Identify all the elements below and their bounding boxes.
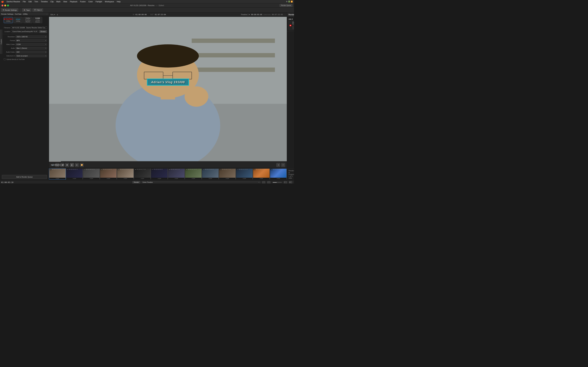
render-settings-menu-icon[interactable]: ··· xyxy=(46,13,48,15)
timeline-zoom-out-icon[interactable]: − xyxy=(267,181,270,184)
edit-menu[interactable]: Edit xyxy=(27,0,33,3)
tape-button[interactable]: 📼 Tape xyxy=(22,8,31,12)
resolution-value[interactable]: 1920 x 1080 HD ▾ xyxy=(16,35,47,38)
clips-button[interactable]: 🎬 Clips ▾ xyxy=(33,8,43,12)
preset-prores[interactable]: ProRes ProRes Master xyxy=(23,17,33,23)
data-burnin-row: Data burn-in Same as project ▾ xyxy=(2,55,47,57)
preset-youtube[interactable]: ▶ YouTube 1080p xyxy=(4,17,13,23)
loop-button[interactable]: 🔁 xyxy=(80,163,84,167)
strip-item-12[interactable]: 12 00:00:01:15 V1 H.264 xyxy=(236,168,253,180)
data-burnin-value[interactable]: Same as project ▾ xyxy=(16,55,47,57)
mark-out-button[interactable]: ↩ xyxy=(281,163,285,167)
chevron-down-icon: ▾ xyxy=(45,36,46,37)
zoom-slider[interactable] xyxy=(273,182,282,183)
format-label: Format xyxy=(2,40,15,42)
strip-vline xyxy=(252,169,253,179)
format-value[interactable]: MP4 ▾ xyxy=(16,39,47,42)
playback-menu[interactable]: Playback xyxy=(69,0,78,3)
app-name-menu[interactable]: DaVinci Resolve xyxy=(5,0,21,3)
menubar-right: ⚙ 🔋 📶 xyxy=(286,1,293,3)
file-menu[interactable]: File xyxy=(22,0,27,3)
strip-item-5[interactable]: 05 00:00:01:25 V1 H.264 xyxy=(117,168,134,180)
mark-in-button[interactable]: ⇥ xyxy=(277,163,280,167)
minimize-button[interactable] xyxy=(4,5,6,6)
trim-menu[interactable]: Trim xyxy=(33,0,39,3)
strip-item-10[interactable]: 10 00:00:01:04 V1 H.264 xyxy=(202,168,219,180)
job-title: Job 1 xyxy=(288,18,293,20)
timeline-menu[interactable]: Timeline xyxy=(40,0,49,3)
preview-frame: Adrian's Vlog 191008 xyxy=(49,17,287,162)
render-settings-button[interactable]: ⚙ Render Settings xyxy=(1,8,18,12)
strip-tc: 00:00:00:00 V2 xyxy=(154,169,163,170)
chevron-down-icon: ▾ xyxy=(45,48,46,49)
audio-codec-text: AAC xyxy=(17,51,20,53)
strip-num: 03 xyxy=(83,169,86,170)
location-input[interactable] xyxy=(11,30,39,33)
mark-menu[interactable]: Mark xyxy=(55,0,62,3)
viewer-toolbar: 79% ▾ 6 IN 01:00:00:00 OUT 01:07:53:04 T… xyxy=(49,13,287,17)
filename-input[interactable] xyxy=(11,26,47,29)
fusion-menu[interactable]: Fusion xyxy=(79,0,87,3)
help-menu[interactable]: Help xyxy=(115,0,122,3)
zoom-value[interactable]: 79% xyxy=(50,14,54,16)
strip-tc: 00:00:01:22 V1 xyxy=(52,169,61,170)
strip-item-2[interactable]: 02 00:00:00:00 V2 H.264 xyxy=(66,168,83,180)
upload-checkbox[interactable] xyxy=(4,58,6,60)
more-options-icon[interactable]: ··· xyxy=(284,14,285,16)
strip-item-14[interactable]: 14 01:01:11:28 V1 H.264 xyxy=(270,168,287,180)
timeline-zoom-in-icon[interactable]: + xyxy=(284,181,287,184)
skip-to-end-button[interactable]: ⏭ xyxy=(75,163,79,167)
job-youtube-icon: ▶ xyxy=(290,25,291,26)
add-to-queue-button[interactable]: Add to Render Queue xyxy=(2,175,47,179)
timeline-toolbar: 01:00:03:10 Render Entire Timeline ▾ − +… xyxy=(0,180,294,184)
timecode-display: 00:00:05:05 xyxy=(251,14,262,16)
strip-item-1[interactable]: 01 00:00:01:22 V1 H.264 xyxy=(49,168,66,180)
strip-item-8[interactable]: 08 00:00:30:01 V1 H.264 xyxy=(168,168,185,180)
strip-label: H.264 xyxy=(185,178,202,179)
timeline-range-select[interactable]: Entire Timeline ▾ xyxy=(141,181,260,184)
strip-item-6[interactable]: 06 00:00:01:17 V1 H.264 xyxy=(134,168,151,180)
audio-value[interactable]: Main 1 (Stereo) ▾ xyxy=(16,47,47,50)
tape-icon: 📼 xyxy=(23,9,26,11)
apple-menu[interactable]: 🍎 xyxy=(1,0,4,3)
title-separator: — xyxy=(156,4,157,7)
filename-row: Filename xyxy=(2,26,47,29)
rendering-text: Rendering in Progress xyxy=(288,170,294,175)
strip-item-13[interactable]: 13 00:00:00:11 V1 H.264 xyxy=(253,168,270,180)
menubar-icons: ⚙ 🔋 📶 xyxy=(286,1,293,3)
timeline-area: 01:00:03:10 Render Entire Timeline ▾ − +… xyxy=(0,180,294,184)
strip-item-4[interactable]: 04 00:00:01:06 V1 H.264 xyxy=(100,168,117,180)
browse-button[interactable]: Browse xyxy=(39,30,47,33)
preset-h264[interactable]: H.264 H.264 Master xyxy=(33,17,42,23)
grid-view-icon[interactable] xyxy=(262,181,265,184)
timeline-label[interactable]: Timeline 1 ▾ xyxy=(241,14,250,16)
timeline-current-tc: 01:00:03:10 xyxy=(1,181,13,184)
stop-button[interactable]: ⏹ xyxy=(65,163,69,167)
preset-vimeo[interactable]: vimeo 1080p xyxy=(13,17,23,23)
svg-rect-3 xyxy=(192,53,275,57)
audio-codec-value[interactable]: AAC ▾ xyxy=(16,51,47,53)
workspace-menu[interactable]: Workspace xyxy=(104,0,115,3)
chevron-down-icon: ▾ xyxy=(45,51,46,53)
preview-background-svg xyxy=(49,17,287,162)
color-menu[interactable]: Color xyxy=(87,0,94,3)
maximize-button[interactable] xyxy=(7,5,9,6)
main-layout: Render Settings - YouTube - 1080p ··· Cu… xyxy=(0,13,294,180)
strip-num: 09 xyxy=(185,169,187,170)
play-button[interactable]: ▶ xyxy=(70,163,74,167)
workspace-btn[interactable]: Render Queue xyxy=(280,4,293,7)
render-button[interactable]: Render xyxy=(132,181,140,184)
strip-item-3[interactable]: 03 00:00:00:26 V1 H.264 xyxy=(83,168,100,180)
view-menu[interactable]: View xyxy=(62,0,69,3)
close-button[interactable] xyxy=(1,5,3,6)
settings-icon[interactable]: ⚙ xyxy=(289,181,292,184)
youtube-sub: 1080p xyxy=(6,20,10,22)
video-codec-value[interactable]: H.264 ▾ xyxy=(16,43,47,46)
clip-menu[interactable]: Clip xyxy=(49,0,55,3)
strip-label: H.264 xyxy=(66,178,83,179)
strip-item-11[interactable]: 11 00:00:00:17 V1 H.264 xyxy=(219,168,236,180)
fairlight-menu[interactable]: Fairlight xyxy=(94,0,103,3)
video-preview[interactable]: Adrian's Vlog 191008 xyxy=(49,17,287,162)
strip-item-7[interactable]: 07 00:00:00:00 V2 H.264 xyxy=(151,168,168,180)
strip-item-9[interactable]: 09 00:00:00:16 V1 H.264 xyxy=(185,168,202,180)
